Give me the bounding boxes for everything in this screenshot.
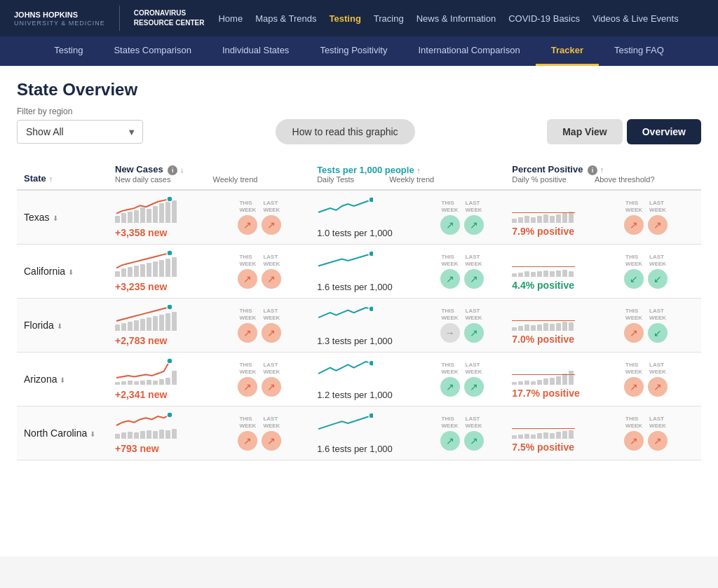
subnav-testing-positivity[interactable]: Testing Positivity (304, 36, 402, 66)
table-row: California⬇+3,235 newTHISWEEK↗LASTWEEK↗1… (17, 245, 701, 299)
trend-arrow-icon: → (440, 323, 460, 343)
trend-arrow-icon: ↗ (440, 215, 460, 235)
mini-line-chart (317, 197, 373, 222)
trend-arrow-icon: ↗ (464, 323, 484, 343)
percent-sort-icon[interactable]: ↑ (600, 165, 604, 174)
sort-up-icon[interactable]: ↑ (49, 175, 53, 183)
cases-trend-cell: THISWEEK↗LASTWEEK↗ (231, 190, 310, 245)
svg-point-6 (167, 358, 172, 364)
percent-positive-chart (512, 306, 575, 331)
download-icon[interactable]: ⬇ (68, 268, 74, 276)
trend-arrow-icon: ↙ (648, 323, 668, 343)
table-body: Texas⬇+3,358 newTHISWEEK↗LASTWEEK↗1.0 te… (17, 190, 701, 460)
filter-label: Filter by region (17, 107, 701, 116)
download-icon[interactable]: ⬇ (90, 430, 95, 438)
nav-covid-basics[interactable]: COVID-19 Basics (508, 13, 580, 24)
tests-chart-cell: 1.3 tests per 1,000 (310, 299, 433, 353)
th-state: State ↑ (17, 158, 108, 190)
above-threshold-cell: THISWEEK↗LASTWEEK↗ (617, 190, 701, 245)
threshold-line (512, 212, 575, 213)
state-overview-table: State ↑ New Cases i ↓ New daily cases We… (17, 158, 701, 460)
th-new-cases: New Cases i ↓ New daily cases Weekly tre… (108, 158, 310, 190)
new-cases-value: +3,235 new (115, 281, 224, 292)
resource-center-label: CORONAVIRUSRESOURCE CENTER (134, 8, 205, 28)
percent-positive-value: 17.7% positive (512, 388, 610, 399)
percent-positive-chart-cell: 17.7% positive (505, 353, 617, 406)
state-cell: California⬇ (17, 245, 108, 299)
threshold-line (512, 428, 575, 429)
tests-sort-icon[interactable]: ↑ (416, 166, 421, 175)
state-name: Arizona⬇ (24, 374, 101, 385)
cases-trend-cell: THISWEEK↗LASTWEEK↗ (231, 353, 310, 406)
above-threshold-cell: THISWEEK↙LASTWEEK↙ (617, 245, 701, 299)
subnav-individual-states[interactable]: Individual States (207, 36, 304, 66)
svg-point-4 (167, 304, 172, 310)
trend-arrow-icon: ↗ (238, 431, 257, 451)
percent-positive-chart (512, 413, 575, 439)
percent-info-icon[interactable]: i (588, 165, 597, 175)
download-icon[interactable]: ⬇ (57, 322, 62, 330)
page-title: State Overview (17, 80, 701, 100)
trend-arrow-icon: ↗ (262, 377, 281, 397)
tests-trend-cell: THISWEEK↗LASTWEEK↗ (433, 353, 506, 406)
nav-maps[interactable]: Maps & Trends (255, 13, 316, 24)
cases-trend-cell: THISWEEK↗LASTWEEK↗ (231, 299, 310, 353)
trend-arrow-icon: ↗ (440, 431, 460, 451)
sub-nav: Testing States Comparison Individual Sta… (0, 36, 718, 66)
trend-arrow-icon: ↗ (238, 323, 257, 343)
mini-line-chart (317, 359, 373, 384)
overview-button[interactable]: Overview (627, 119, 701, 144)
tests-chart-cell: 1.0 tests per 1,000 (310, 190, 433, 245)
logo-area: JOHNS HOPKINS UNIVERSITY & MEDICINE CORO… (14, 6, 204, 31)
subnav-testing[interactable]: Testing (39, 36, 98, 66)
nav-tracing[interactable]: Tracing (374, 13, 404, 24)
percent-positive-chart-cell: 7.5% positive (505, 406, 617, 460)
percent-positive-value: 7.0% positive (512, 334, 610, 345)
svg-point-0 (167, 196, 172, 202)
state-cell: Florida⬇ (17, 299, 108, 353)
filter-row: Show All ▼ How to read this graphic Map … (17, 119, 701, 144)
threshold-line (512, 374, 575, 375)
mini-line-chart (317, 305, 373, 330)
trend-arrow-icon: ↙ (624, 269, 644, 289)
trend-arrow-icon: ↗ (262, 431, 281, 451)
new-cases-chart-cell: +3,235 new (108, 245, 231, 299)
new-cases-value: +793 new (115, 443, 224, 454)
subnav-tracker[interactable]: Tracker (536, 36, 599, 66)
th-tests: Tests per 1,000 people ↑ Daily Tests Wee… (310, 158, 505, 190)
mini-line-chart (115, 358, 192, 383)
filter-left: Show All ▼ (17, 120, 143, 144)
tests-chart-cell: 1.6 tests per 1,000 (310, 406, 433, 460)
nav-videos[interactable]: Videos & Live Events (592, 13, 679, 24)
nav-testing[interactable]: Testing (330, 13, 361, 24)
main-content: State Overview Filter by region Show All… (0, 66, 718, 556)
mini-line-chart (115, 250, 192, 275)
region-select[interactable]: Show All (17, 120, 143, 144)
new-cases-info-icon[interactable]: i (168, 165, 177, 175)
new-cases-chart-cell: +793 new (108, 406, 231, 460)
view-buttons: Map View Overview (547, 119, 701, 144)
mini-line-chart (115, 412, 192, 437)
download-icon[interactable]: ⬇ (60, 376, 65, 384)
trend-arrow-icon: ↗ (624, 377, 644, 397)
trend-arrow-icon: ↗ (262, 215, 281, 235)
table-header-row: State ↑ New Cases i ↓ New daily cases We… (17, 158, 701, 190)
tests-per-1000-value: 1.3 tests per 1,000 (317, 336, 426, 346)
state-cell: Texas⬇ (17, 190, 108, 245)
logo-text: JOHNS HOPKINS UNIVERSITY & MEDICINE (14, 10, 105, 27)
subnav-faq[interactable]: Testing FAQ (599, 36, 679, 66)
map-view-button[interactable]: Map View (547, 119, 623, 144)
subnav-international[interactable]: International Comparison (402, 36, 535, 66)
nav-news[interactable]: News & Information (416, 13, 496, 24)
new-cases-sort-icon[interactable]: ↓ (180, 165, 184, 174)
threshold-line (512, 266, 575, 267)
subnav-states-comparison[interactable]: States Comparison (98, 36, 207, 66)
nav-home[interactable]: Home (218, 13, 243, 24)
trend-arrow-icon: ↗ (238, 269, 257, 289)
how-to-button[interactable]: How to read this graphic (276, 119, 415, 144)
state-name: Texas⬇ (24, 212, 101, 223)
download-icon[interactable]: ⬇ (53, 214, 58, 222)
trend-arrow-icon: ↙ (648, 269, 668, 289)
table-row: Texas⬇+3,358 newTHISWEEK↗LASTWEEK↗1.0 te… (17, 190, 701, 245)
state-name: North Carolina⬇ (24, 428, 101, 439)
